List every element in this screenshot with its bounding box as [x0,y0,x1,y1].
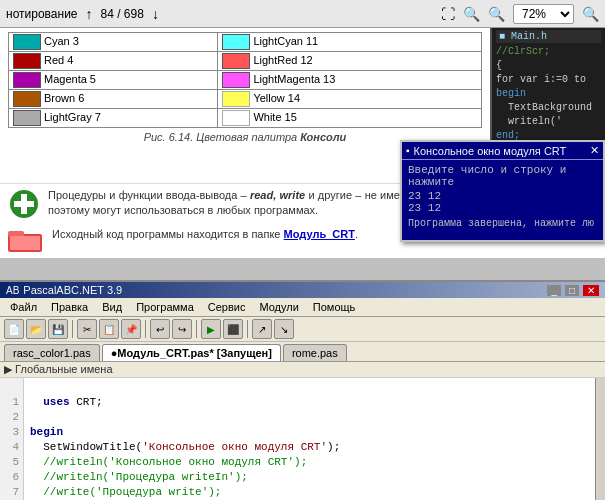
menu-service[interactable]: Сервис [202,300,252,314]
toolbar-copy-btn[interactable]: 📋 [99,319,119,339]
code-filename: ■ Main.h [496,30,601,43]
console-close-icon[interactable]: ✕ [590,144,599,157]
ide-maximize-icon[interactable]: □ [565,285,579,296]
svg-rect-5 [10,236,40,250]
plus-icon [8,188,40,220]
ide-close-icon[interactable]: ✕ [583,285,599,296]
zoom-in-icon[interactable]: 🔍 [488,6,505,22]
expand-icon[interactable]: ⛶ [441,6,455,22]
color-swatch-cyan [13,34,41,50]
ide-toolbar: 📄 📂 💾 ✂ 📋 📌 ↩ ↪ ▶ ⬛ ↗ ↘ [0,317,605,342]
code-line-blank2 [30,410,589,425]
toolbar-label: нотирование [6,7,78,21]
page-info: 84 / 698 [101,7,144,21]
color-palette-table: Cyan 3 LightCyan 11 Red 4 LightRed 12 Ma… [8,32,482,128]
code-line: { [496,59,601,73]
color-swatch-lightred [222,53,250,69]
color-swatch-red [13,53,41,69]
code-line-comment2: //writeln('Процедура writeIn'); [30,470,589,485]
tab-rome[interactable]: rome.pas [283,344,347,361]
toolbar-open-btn[interactable]: 📂 [26,319,46,339]
color-swatch-white [222,110,250,126]
line-numbers: 1 2 3 4 5 6 7 [0,378,24,500]
svg-rect-2 [14,201,34,207]
console-body: Введите число и строку и нажмите 23 12 2… [402,160,603,240]
console-output-1: 23 12 [408,190,597,202]
menu-modules[interactable]: Модули [253,300,304,314]
console-output-2: 23 12 [408,202,597,214]
ide-globals[interactable]: ▶ Глобальные имена [0,362,605,378]
console-prompt: Введите число и строку и нажмите [408,164,597,188]
toolbar-separator-4 [247,320,248,338]
toolbar-run-btn[interactable]: ▶ [201,319,221,339]
tab-rasc[interactable]: rasc_color1.pas [4,344,100,361]
toolbar-separator [72,320,73,338]
ide-icon: AB [6,285,19,296]
code-line: for var i:=0 to [496,73,601,87]
code-line-begin: begin [30,425,589,440]
toolbar-separator-2 [145,320,146,338]
code-line-setwindow: SetWindowTitle('Консольное окно модуля C… [30,440,589,455]
color-swatch-lightgray [13,110,41,126]
menu-help[interactable]: Помощь [307,300,362,314]
console-window: ▪ Консольное окно модуля CRT ✕ Введите ч… [400,140,605,242]
console-titlebar: ▪ Консольное окно модуля CRT ✕ [402,142,603,160]
code-line: writeln(' [496,115,601,129]
tab-module-crt[interactable]: ●Модуль_CRT.pas* [Запущен] [102,344,281,361]
ide-title: PascalABC.NET 3.9 [23,284,122,296]
ide-titlebar: AB PascalABC.NET 3.9 _ □ ✕ [0,282,605,298]
table-row: LightGray 7 White 15 [9,109,482,128]
ide-menubar: Файл Правка Вид Программа Сервис Модули … [0,298,605,317]
console-complete: Программа завершена, нажмите лю [408,218,597,229]
toolbar-stepover-btn[interactable]: ↘ [274,319,294,339]
menu-program[interactable]: Программа [130,300,200,314]
up-arrow-icon[interactable]: ↑ [86,6,93,22]
color-swatch-lightcyan [222,34,250,50]
code-line-comment3: //write('Процедура write'); [30,485,589,500]
code-line: begin [496,87,601,101]
palette-caption-italic: Консоли [300,131,346,143]
menu-view[interactable]: Вид [96,300,128,314]
code-line-uses: uses CRT; [30,395,589,410]
menu-edit[interactable]: Правка [45,300,94,314]
ide-tabs: rasc_color1.pas ●Модуль_CRT.pas* [Запуще… [0,342,605,362]
code-line: //ClrScr; [496,45,601,59]
code-editor[interactable]: uses CRT; begin SetWindowTitle('Консольн… [24,378,595,500]
toolbar-save-btn[interactable]: 💾 [48,319,68,339]
color-swatch-yellow [222,91,250,107]
down-arrow-icon[interactable]: ↓ [152,6,159,22]
toolbar-redo-btn[interactable]: ↪ [172,319,192,339]
search-icon[interactable]: 🔍 [582,6,599,22]
toolbar: нотирование ↑ 84 / 698 ↓ ⛶ 🔍 🔍 72% 50% 1… [0,0,605,28]
console-title: Консольное окно модуля CRT [414,145,567,157]
toolbar-paste-btn[interactable]: 📌 [121,319,141,339]
table-row: Red 4 LightRed 12 [9,52,482,71]
zoom-select[interactable]: 72% 50% 100% 150% [513,4,574,24]
ide-minimize-icon[interactable]: _ [547,285,561,296]
toolbar-step-btn[interactable]: ↗ [252,319,272,339]
menu-file[interactable]: Файл [4,300,43,314]
ide-window: AB PascalABC.NET 3.9 _ □ ✕ Файл Правка В… [0,280,605,500]
code-line-comment1: //writeln('Консольное окно модуля CRT'); [30,455,589,470]
ide-code-area: 1 2 3 4 5 6 7 uses CRT; begin SetWindowT… [0,378,605,500]
color-swatch-lightmagenta [222,72,250,88]
table-row: Magenta 5 LightMagenta 13 [9,71,482,90]
zoom-out-icon[interactable]: 🔍 [463,6,480,22]
toolbar-undo-btn[interactable]: ↩ [150,319,170,339]
color-swatch-brown [13,91,41,107]
code-line-blank [30,380,589,395]
table-row: Cyan 3 LightCyan 11 [9,33,482,52]
color-swatch-magenta [13,72,41,88]
toolbar-cut-btn[interactable]: ✂ [77,319,97,339]
folder-icon [8,226,44,254]
source-text: Исходный код программы находится в папке… [52,226,358,243]
toolbar-new-btn[interactable]: 📄 [4,319,24,339]
table-row: Brown 6 Yellow 14 [9,90,482,109]
toolbar-debug-btn[interactable]: ⬛ [223,319,243,339]
module-link[interactable]: Модуль_CRT [284,228,355,240]
console-icon: ▪ [406,145,410,156]
toolbar-separator-3 [196,320,197,338]
code-line: TextBackground [496,101,601,115]
scrollbar-vertical[interactable] [595,378,605,500]
